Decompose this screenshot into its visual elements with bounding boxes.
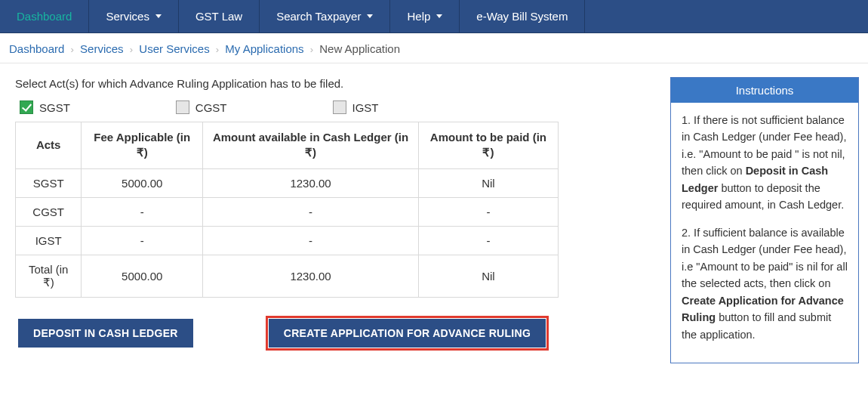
table-header-row: Acts Fee Applicable (in ₹) Amount availa… <box>16 122 559 169</box>
th-paid: Amount to be paid (in ₹) <box>418 122 558 169</box>
cell-act: SGST <box>16 168 82 197</box>
breadcrumb-sep: › <box>130 44 133 55</box>
checkbox-icon <box>20 100 33 114</box>
cell-act: IGST <box>16 226 82 255</box>
nav-gst-law[interactable]: GST Law <box>179 0 260 32</box>
nav-gst-law-label: GST Law <box>195 10 242 23</box>
breadcrumb-current: New Application <box>319 42 400 55</box>
cell-total-paid: Nil <box>418 255 558 297</box>
cell-total-fee: 5000.00 <box>82 255 203 297</box>
nav-search-taxpayer-label: Search Taxpayer <box>276 10 361 23</box>
nav-help[interactable]: Help <box>390 0 460 32</box>
instruction-1: 1. If there is not sufficient balance in… <box>682 112 848 214</box>
breadcrumb: Dashboard › Services › User Services › M… <box>0 33 868 63</box>
create-application-button[interactable]: CREATE APPLICATION FOR ADVANCE RULING <box>269 319 546 348</box>
th-fee: Fee Applicable (in ₹) <box>82 122 203 169</box>
main-content: Select Act(s) for which Advance Ruling A… <box>15 77 655 363</box>
table-row: IGST - - - <box>16 226 559 255</box>
cell-fee: 5000.00 <box>82 168 203 197</box>
breadcrumb-my-applications[interactable]: My Applications <box>225 42 303 55</box>
button-row: DEPOSIT IN CASH LEDGER CREATE APPLICATIO… <box>18 319 655 348</box>
instructions-panel: Instructions 1. If there is not sufficie… <box>670 77 859 363</box>
nav-eway-bill[interactable]: e-Way Bill System <box>460 0 585 32</box>
cell-cash: 1230.00 <box>203 168 419 197</box>
cell-act: CGST <box>16 197 82 226</box>
fee-table: Acts Fee Applicable (in ₹) Amount availa… <box>15 122 559 298</box>
breadcrumb-services[interactable]: Services <box>80 42 124 55</box>
checkbox-icon <box>176 100 189 114</box>
checkbox-sgst[interactable]: SGST <box>20 100 70 114</box>
cell-fee: - <box>82 197 203 226</box>
caret-down-icon <box>436 14 442 18</box>
cell-paid: Nil <box>418 168 558 197</box>
nav-services-label: Services <box>106 10 149 23</box>
act-checkboxes: SGST CGST IGST <box>15 100 655 114</box>
breadcrumb-user-services[interactable]: User Services <box>139 42 209 55</box>
table-row: SGST 5000.00 1230.00 Nil <box>16 168 559 197</box>
breadcrumb-sep: › <box>216 44 219 55</box>
breadcrumb-sep: › <box>71 44 74 55</box>
instructions-title: Instructions <box>671 78 858 103</box>
checkbox-cgst[interactable]: CGST <box>176 100 227 114</box>
nav-help-label: Help <box>407 10 430 23</box>
caret-down-icon <box>155 14 162 18</box>
checkbox-igst-label: IGST <box>352 101 379 114</box>
checkbox-cgst-label: CGST <box>195 101 227 114</box>
nav-services[interactable]: Services <box>89 0 179 32</box>
breadcrumb-sep: › <box>310 44 313 55</box>
table-total-row: Total (in ₹) 5000.00 1230.00 Nil <box>16 255 559 297</box>
checkbox-sgst-label: SGST <box>39 101 70 114</box>
table-row: CGST - - - <box>16 197 559 226</box>
deposit-in-cash-ledger-button[interactable]: DEPOSIT IN CASH LEDGER <box>18 319 193 348</box>
instruction-2-pre: 2. If sufficient balance is available in… <box>682 227 848 289</box>
cell-fee: - <box>82 226 203 255</box>
checkbox-icon <box>333 100 346 114</box>
cell-paid: - <box>418 226 558 255</box>
breadcrumb-dashboard[interactable]: Dashboard <box>9 42 64 55</box>
checkbox-igst[interactable]: IGST <box>333 100 379 114</box>
cell-total-label: Total (in ₹) <box>16 255 82 297</box>
th-cash: Amount available in Cash Ledger (in ₹) <box>203 122 419 169</box>
th-acts: Acts <box>16 122 82 169</box>
prompt-text: Select Act(s) for which Advance Ruling A… <box>15 77 655 90</box>
cell-cash: - <box>203 226 419 255</box>
cell-paid: - <box>418 197 558 226</box>
top-nav: Dashboard Services GST Law Search Taxpay… <box>0 0 868 33</box>
instruction-2: 2. If sufficient balance is available in… <box>682 224 848 343</box>
nav-search-taxpayer[interactable]: Search Taxpayer <box>260 0 390 32</box>
caret-down-icon <box>367 14 373 18</box>
cell-cash: - <box>203 197 419 226</box>
nav-eway-label: e-Way Bill System <box>476 10 568 23</box>
instructions-body: 1. If there is not sufficient balance in… <box>671 103 858 363</box>
cell-total-cash: 1230.00 <box>203 255 419 297</box>
nav-dashboard[interactable]: Dashboard <box>0 0 89 32</box>
nav-dashboard-label: Dashboard <box>17 10 72 23</box>
